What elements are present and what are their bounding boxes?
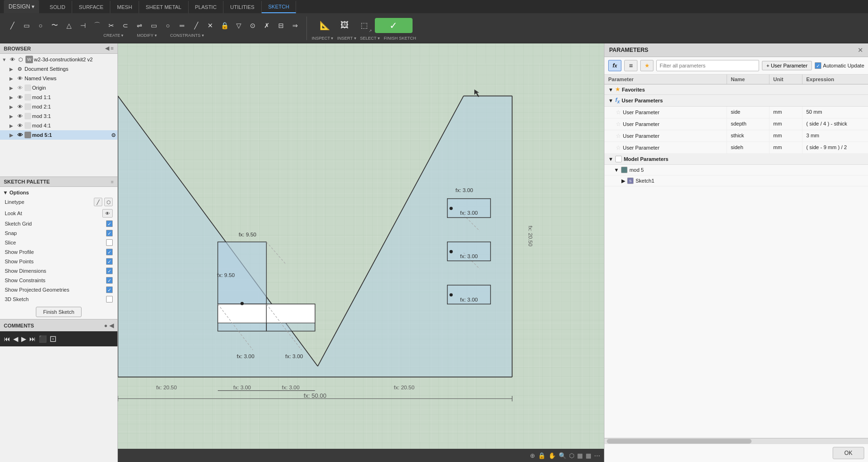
tree-item-origin[interactable]: ▶ 👁 Origin (0, 83, 117, 92)
snap-checkbox[interactable]: ✓ (106, 230, 113, 236)
arc-tool[interactable]: ⌒ (91, 19, 104, 32)
show-constraints-checkbox[interactable]: ✓ (106, 277, 113, 284)
status-view-icon[interactable]: ▦ (586, 452, 591, 459)
comments-btn1[interactable]: ● (104, 322, 107, 329)
params-fx-btn[interactable]: fx (608, 60, 621, 71)
ellipse-tool[interactable]: ▭ (147, 19, 160, 32)
tree-item-mod5[interactable]: ▶ 👁 mod 5:1 ⊙ (0, 130, 117, 140)
status-pan-icon[interactable]: ✋ (548, 452, 556, 459)
svg-point-23 (449, 293, 453, 296)
3d-sketch-checkbox[interactable] (106, 296, 113, 302)
tree-item-named-views[interactable]: ▶ 👁 Named Views (0, 74, 117, 83)
tri2-tool[interactable]: ▽ (232, 19, 245, 32)
offset-tool[interactable]: ⊂ (119, 19, 132, 32)
user-param-row-1[interactable]: ☆ User Parameter sdepth mm ( side / 4 ) … (604, 118, 868, 130)
line2-tool[interactable]: ═ (175, 19, 189, 32)
tree-item-mod4[interactable]: ▶ 👁 mod 4:1 (0, 121, 117, 130)
svg-text:fx: 20.50: fx: 20.50 (394, 385, 414, 390)
status-more-icon[interactable]: ⋯ (594, 452, 600, 459)
inspect-icon[interactable]: 📐 (315, 16, 334, 35)
sketchgrid-checkbox[interactable]: ✓ (106, 220, 113, 227)
tab-sketch[interactable]: SKETCH (262, 1, 297, 13)
show-profile-checkbox[interactable]: ✓ (106, 249, 113, 255)
palette-header[interactable]: SKETCH PALETTE ≡ (0, 177, 117, 187)
tab-solid[interactable]: SOLID (43, 1, 72, 13)
lock-tool[interactable]: 🔒 (218, 19, 231, 32)
user-params-section[interactable]: ▼ fx User Parameters (604, 95, 868, 107)
line-tool[interactable]: ╱ (6, 19, 19, 32)
lookat-btn[interactable]: 👁 (102, 209, 113, 218)
tree-item-mod2[interactable]: ▶ 👁 mod 2:1 (0, 102, 117, 111)
sketch1-row[interactable]: ▶ S Sketch1 (604, 176, 868, 186)
svg-text:fx: 9.50: fx: 9.50 (217, 272, 235, 278)
svg-point-21 (449, 207, 453, 210)
tab-mesh[interactable]: MESH (110, 1, 139, 13)
browser-collapse[interactable]: ◀ (105, 45, 109, 51)
auto-update-checkbox[interactable]: ✓ Automatic Update (815, 62, 864, 69)
params-scrollbar[interactable] (604, 438, 868, 444)
playback-start[interactable]: ⏮ (4, 335, 10, 343)
playback-prev[interactable]: ◀ (13, 335, 18, 343)
status-lock-icon[interactable]: 🔒 (538, 452, 546, 459)
tab-plastic[interactable]: PLASTIC (189, 1, 224, 13)
x-tool[interactable]: ✗ (260, 19, 273, 32)
model-params-section[interactable]: ▼ Model Parameters (604, 154, 868, 165)
arrow-tool[interactable]: ⇒ (289, 19, 302, 32)
tab-utilities[interactable]: UTILITIES (223, 1, 261, 13)
show-dims-checkbox[interactable]: ✓ (106, 268, 113, 274)
status-cursor-icon[interactable]: ⊕ (530, 452, 535, 459)
show-projected-checkbox[interactable]: ✓ (106, 286, 113, 293)
comments-collapse[interactable]: ◀ (109, 322, 114, 329)
mod5-row[interactable]: ▼ mod 5 (604, 165, 868, 176)
slice-checkbox[interactable] (106, 239, 113, 246)
design-dropdown[interactable]: DESIGN ▾ (4, 0, 39, 13)
linetype-btn2[interactable]: ⬡ (104, 198, 113, 206)
params-list-btn[interactable]: ≡ (624, 60, 637, 71)
tree-item-doc-settings[interactable]: ▶ ⚙ Document Settings (0, 64, 117, 74)
triangle-tool[interactable]: △ (62, 19, 75, 32)
playback-play[interactable]: ▶ (21, 335, 26, 343)
palette-row-show-points: Show Points ✓ (3, 257, 115, 266)
point-tool[interactable]: ○ (161, 19, 174, 32)
finish-sketch-button[interactable]: ✓ (375, 18, 413, 33)
tree-item-root[interactable]: ▼ 👁 ⬡ W w2-3d-constructionkit2 v2 (0, 55, 117, 64)
show-points-checkbox[interactable]: ✓ (106, 258, 113, 265)
add-user-param-btn[interactable]: + User Parameter (762, 61, 811, 70)
status-zoom-icon[interactable]: 🔍 (559, 452, 566, 459)
tab-surface[interactable]: SURFACE (72, 1, 110, 13)
proj-tool[interactable]: ╱ (190, 19, 203, 32)
svg-text:fx: 3.00: fx: 3.00 (237, 353, 255, 359)
finish-sketch-btn[interactable]: Finish Sketch (36, 307, 81, 317)
playback-stop[interactable]: ⬛ (39, 335, 47, 343)
midpoint-tool[interactable]: ⊣ (76, 19, 90, 32)
select-icon[interactable]: ⬚ ↗ (355, 16, 374, 35)
browser-options[interactable]: ≡ (111, 45, 114, 51)
user-param-row-2[interactable]: ☆ User Parameter sthick mm 3 mm (604, 130, 868, 142)
status-grid-icon[interactable]: ▦ (577, 452, 583, 459)
circle-tool[interactable]: ○ (34, 19, 47, 32)
cross-tool[interactable]: ✕ (204, 19, 217, 32)
params-close-btn[interactable]: ✕ (858, 46, 863, 54)
rect-tool[interactable]: ▭ (20, 19, 33, 32)
user-param-row-0[interactable]: ☆ User Parameter side mm 50 mm (604, 107, 868, 118)
playback-extra[interactable]: ⊡ (50, 334, 57, 344)
params-toolbar: fx ≡ ★ + User Parameter ✓ Automatic Upda… (604, 57, 868, 75)
tree-item-mod1[interactable]: ▶ 👁 mod 1:1 (0, 92, 117, 102)
insert-icon[interactable]: 🖼 (335, 16, 354, 35)
mirror-tool[interactable]: ⇌ (133, 19, 146, 32)
params-star-btn[interactable]: ★ (640, 60, 653, 71)
split-tool[interactable]: ⊟ (274, 19, 288, 32)
linetype-btn1[interactable]: ╱ (94, 198, 102, 206)
user-param-row-3[interactable]: ☆ User Parameter sideh mm ( side - 9 mm … (604, 142, 868, 154)
full-circle[interactable]: ⊙ (246, 19, 259, 32)
params-filter-input[interactable] (656, 60, 759, 71)
tree-item-mod3[interactable]: ▶ 👁 mod 3:1 (0, 111, 117, 121)
favorites-section[interactable]: ▼ ★ Favorites (604, 84, 868, 95)
tab-sheet-metal[interactable]: SHEET METAL (139, 1, 188, 13)
playback-next[interactable]: ⏭ (29, 335, 36, 343)
palette-options-toggle[interactable]: ▼ Options (3, 188, 115, 196)
status-home-icon[interactable]: ⬡ (569, 452, 574, 459)
trim-tool[interactable]: ✂ (105, 19, 118, 32)
spline-tool[interactable]: 〜 (48, 19, 61, 32)
params-ok-btn[interactable]: OK (833, 447, 864, 459)
